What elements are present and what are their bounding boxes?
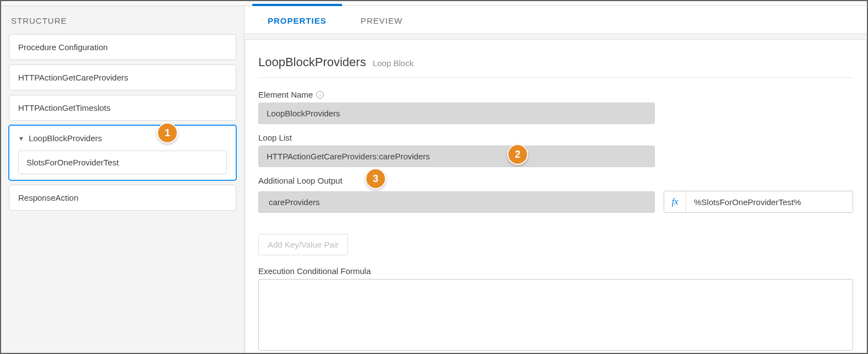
tree-child-slots-for-one-provider[interactable]: SlotsForOneProviderTest [18,151,227,174]
tab-properties[interactable]: PROPERTIES [252,4,342,33]
tree-child-label: SlotsForOneProviderTest [26,158,119,167]
callout-badge-1: 1 [157,122,178,143]
label-text: Element Name [258,90,313,99]
tree-item-http-get-care-providers[interactable]: HTTPActionGetCareProviders [9,65,236,90]
tree-item-http-get-timeslots[interactable]: HTTPActionGetTimeslots [9,95,236,121]
callout-badge-2: 2 [507,144,528,165]
tree-item-label: HTTPActionGetTimeslots [18,103,111,112]
chevron-down-icon: ▼ [18,135,24,142]
kv-key-input[interactable]: careProviders [258,191,655,213]
tree-item-procedure-configuration[interactable]: Procedure Configuration [9,34,236,60]
content-area: PROPERTIES PREVIEW LoopBlockProviders Lo… [245,6,867,353]
callout-badge-3: 3 [365,168,386,189]
tree-item-loop-block-providers[interactable]: ▼ LoopBlockProviders SlotsForOneProvider… [9,125,236,180]
field-additional-loop-output: Additional Loop Output 3 careProviders f… [258,176,853,213]
panel-wrap: LoopBlockProviders Loop Block Element Na… [245,34,867,353]
field-label: Additional Loop Output [258,176,853,185]
panel-title-row: LoopBlockProviders Loop Block [258,55,853,78]
sidebar-title: STRUCTURE [1,6,244,32]
tree-item-label: Procedure Configuration [18,42,108,52]
top-border [1,1,867,6]
field-element-name: Element Name i LoopBlockProviders [258,90,853,124]
field-label: Loop List [258,133,853,142]
field-loop-list: Loop List HTTPActionGetCareProviders:car… [258,133,853,167]
tabs: PROPERTIES PREVIEW [245,6,867,34]
tree-item-label: ResponseAction [18,193,78,202]
formula-label: Execution Conditional Formula [258,266,853,276]
label-text: Loop List [258,133,292,142]
element-name-input[interactable]: LoopBlockProviders [258,103,655,124]
label-text: Additional Loop Output [258,176,343,185]
formula-textarea[interactable] [258,279,853,351]
tab-preview[interactable]: PREVIEW [345,6,418,33]
structure-tree: Procedure Configuration HTTPActionGetCar… [1,32,244,223]
field-label: Element Name i [258,90,853,99]
panel-subtitle: Loop Block [373,58,414,68]
tree-item-label: LoopBlockProviders [29,133,102,143]
tree-item-response-action[interactable]: ResponseAction [9,185,236,211]
kv-row: careProviders fx %SlotsForOneProviderTes… [258,191,853,213]
tree-item-label: HTTPActionGetCareProviders [18,73,128,82]
kv-value-input[interactable]: fx %SlotsForOneProviderTest% [664,191,853,213]
loop-list-input[interactable]: HTTPActionGetCareProviders:careProviders [258,146,655,167]
structure-sidebar: STRUCTURE Procedure Configuration HTTPAc… [1,6,245,353]
info-icon[interactable]: i [316,91,324,99]
main-row: STRUCTURE Procedure Configuration HTTPAc… [1,6,867,353]
properties-panel: LoopBlockProviders Loop Block Element Na… [245,39,867,353]
fx-icon[interactable]: fx [664,191,686,212]
panel-title: LoopBlockProviders [258,55,366,69]
kv-value-text: %SlotsForOneProviderTest% [686,197,809,207]
app-viewport: STRUCTURE Procedure Configuration HTTPAc… [0,0,868,354]
tree-item-header: ▼ LoopBlockProviders [15,131,230,147]
add-key-value-button[interactable]: Add Key/Value Pair [258,234,348,255]
